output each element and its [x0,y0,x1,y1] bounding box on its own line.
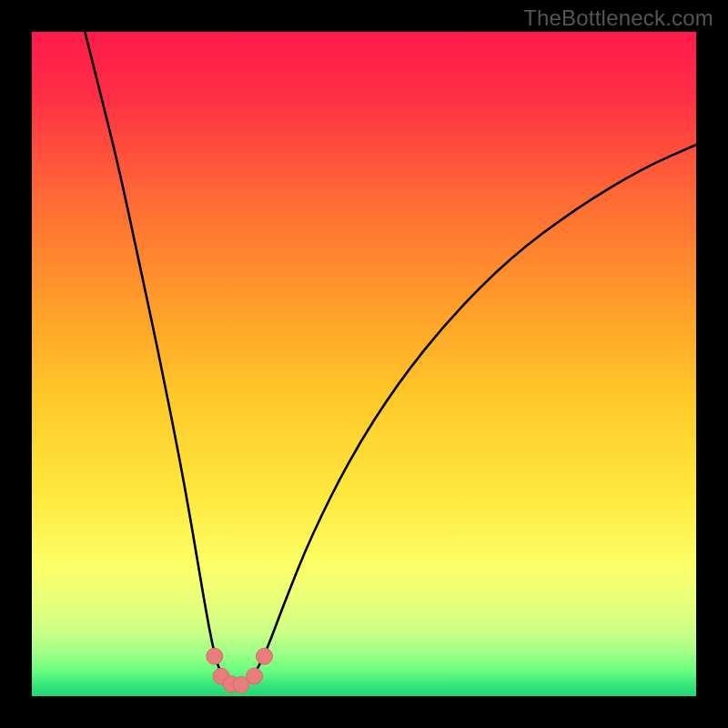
watermark-text: TheBottleneck.com [523,5,713,31]
curve-marker [257,648,273,664]
bottleneck-curve [32,32,696,696]
chart-frame: TheBottleneck.com [0,0,728,728]
curve-marker [247,668,263,684]
plot-area [32,32,696,696]
curve-marker [207,648,223,664]
